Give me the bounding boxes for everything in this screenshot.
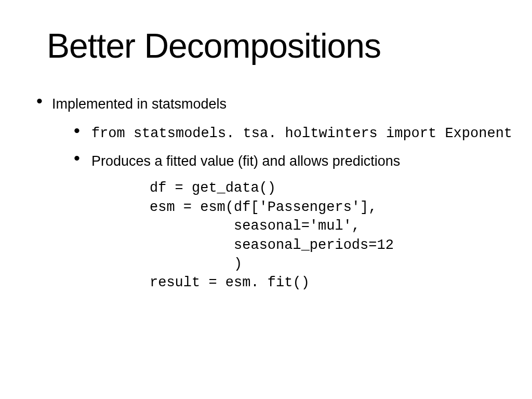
sub-bullet-item: • Produces a fitted value (fit) and allo… bbox=[74, 150, 496, 170]
bullet-dot-icon: • bbox=[74, 122, 80, 139]
sub-bullet-list: • from statsmodels. tsa. holtwinters imp… bbox=[74, 123, 496, 170]
code-block: df = get_data() esm = esm(df['Passengers… bbox=[150, 179, 496, 292]
bullet-list: • Implemented in statsmodels bbox=[36, 94, 496, 113]
bullet-item: • Implemented in statsmodels bbox=[36, 94, 496, 113]
bullet-dot-icon: • bbox=[74, 149, 80, 167]
code-import-line: from statsmodels. tsa. holtwinters impor… bbox=[91, 123, 512, 143]
sub-bullet-item: • from statsmodels. tsa. holtwinters imp… bbox=[74, 123, 496, 143]
slide-title: Better Decompositions bbox=[47, 26, 496, 65]
bullet-text: Implemented in statsmodels bbox=[52, 94, 227, 113]
slide-container: Better Decompositions • Implemented in s… bbox=[0, 0, 532, 292]
bullet-dot-icon: • bbox=[36, 92, 43, 110]
sub-bullet-text: Produces a fitted value (fit) and allows… bbox=[91, 150, 400, 170]
